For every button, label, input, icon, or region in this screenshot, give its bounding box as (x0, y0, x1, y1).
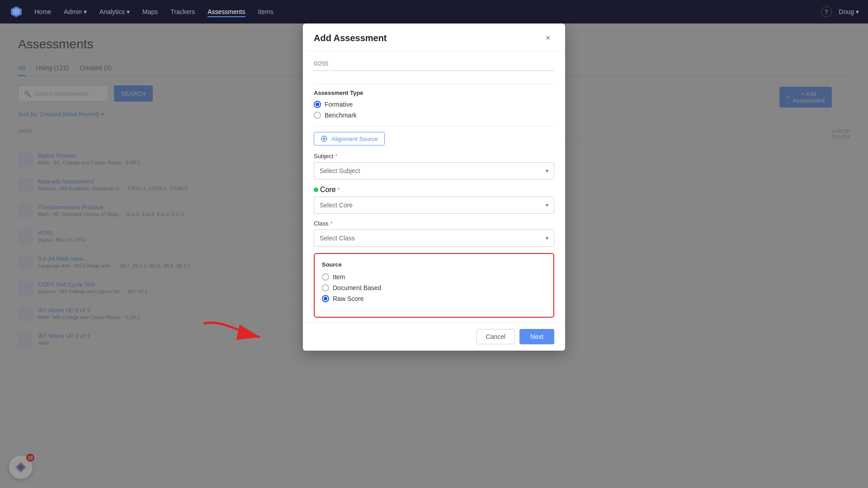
chevron-down-icon: ▾ (127, 8, 130, 15)
radio-document-circle (322, 284, 329, 291)
chevron-down-icon: ▾ (546, 168, 548, 174)
source-section: Source Item Document Based Raw Score (314, 253, 554, 318)
navbar: Home Admin ▾ Analytics ▾ Maps Trackers A… (0, 0, 868, 23)
chevron-down-icon: ▾ (546, 202, 548, 208)
chevron-down-icon: ▾ (546, 235, 548, 241)
modal-header: Add Assessment × (303, 23, 565, 51)
next-button[interactable]: Next (519, 329, 554, 344)
modal-body: Assessment Type Formative Benchmark A (303, 51, 565, 322)
nav-admin[interactable]: Admin ▾ (64, 6, 87, 17)
nav-analytics[interactable]: Analytics ▾ (99, 6, 130, 17)
assessment-type-group: Formative Benchmark (314, 101, 554, 119)
gear-icon (321, 135, 328, 142)
class-required: * (330, 221, 333, 227)
source-radio-group: Item Document Based Raw Score (322, 273, 546, 302)
radio-raw-score-circle (322, 295, 329, 302)
nav-assessments[interactable]: Assessments (208, 6, 245, 17)
help-icon[interactable]: ? (821, 6, 832, 17)
alignment-source-button[interactable]: Alignment Source (314, 132, 385, 145)
core-status-dot (314, 188, 318, 192)
class-label: Class * (314, 220, 554, 227)
class-dropdown[interactable]: Select Class ▾ (314, 230, 554, 247)
nav-right: ? Doug ▾ (821, 6, 859, 17)
radio-document-based[interactable]: Document Based (322, 284, 546, 291)
core-required: * (338, 187, 340, 193)
radio-item[interactable]: Item (322, 273, 546, 281)
user-menu[interactable]: Doug ▾ (839, 8, 859, 15)
assessment-type-label: Assessment Type (314, 89, 554, 96)
nav-items[interactable]: Items (258, 6, 274, 17)
add-assessment-modal: Add Assessment × Assessment Type Formati… (303, 23, 565, 351)
svg-point-3 (323, 138, 326, 140)
nav-maps[interactable]: Maps (142, 6, 158, 17)
radio-formative-circle (314, 101, 321, 108)
modal-footer: Cancel Next (303, 322, 565, 351)
subject-dropdown[interactable]: Select Subject ▾ (314, 162, 554, 179)
radio-item-circle (322, 273, 329, 281)
radio-raw-score[interactable]: Raw Score (322, 295, 546, 302)
chevron-down-icon: ▾ (856, 8, 859, 15)
nav-trackers[interactable]: Trackers (170, 6, 195, 17)
cancel-button[interactable]: Cancel (476, 329, 515, 344)
chevron-down-icon: ▾ (84, 8, 87, 15)
assessment-name-input[interactable] (314, 58, 554, 71)
radio-benchmark[interactable]: Benchmark (314, 112, 554, 119)
core-dropdown[interactable]: Select Core ▾ (314, 197, 554, 214)
radio-benchmark-circle (314, 112, 321, 119)
subject-required: * (335, 153, 337, 160)
nav-items: Home Admin ▾ Analytics ▾ Maps Trackers A… (34, 6, 821, 17)
subject-label: Subject * (314, 153, 554, 160)
modal-title: Add Assessment (314, 33, 387, 43)
nav-home[interactable]: Home (34, 6, 51, 17)
source-label: Source (322, 261, 546, 268)
core-label-row: Core * (314, 186, 554, 194)
app-logo (9, 5, 24, 19)
modal-close-button[interactable]: × (542, 32, 554, 44)
radio-formative[interactable]: Formative (314, 101, 554, 108)
